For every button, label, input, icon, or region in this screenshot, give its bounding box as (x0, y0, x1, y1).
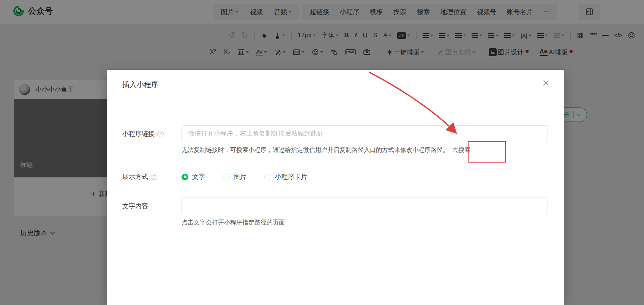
annotation-highlight-box (468, 141, 506, 163)
miniprogram-link-row: 小程序链接 ? (122, 125, 548, 142)
miniprogram-link-input[interactable] (182, 125, 548, 142)
miniprogram-link-label: 小程序链接 ? (122, 130, 182, 138)
text-content-label: 文字内容 (122, 202, 182, 210)
wechat-mp-editor-screen: 公众号 图片 视频 音频 超链接 小程序 模板 投票 搜索 地理位置 视频号 账… (0, 0, 644, 305)
radio-unselected-icon (223, 174, 230, 180)
radio-selected-icon (182, 174, 188, 180)
close-icon[interactable]: × (542, 77, 549, 89)
radio-option-image[interactable]: 图片 (223, 172, 246, 181)
radio-option-text[interactable]: 文字 (182, 172, 205, 181)
radio-unselected-icon (264, 174, 271, 180)
help-icon[interactable]: ? (151, 174, 157, 180)
insert-miniprogram-modal: 插入小程序 × 小程序链接 ? 无法复制链接时，可搜索小程序，通过给指定微信用户… (107, 70, 564, 305)
link-helper-note: 无法复制链接时，可搜索小程序，通过给指定微信用户开启复制路径入口的方式来修改小程… (182, 146, 470, 154)
display-mode-label: 展示方式 ? (122, 172, 182, 181)
radio-option-card[interactable]: 小程序卡片 (264, 172, 307, 181)
help-icon[interactable]: ? (157, 131, 164, 137)
modal-title: 插入小程序 (122, 80, 158, 90)
text-content-input[interactable] (182, 198, 548, 214)
text-helper-note: 点击文字会打开小程序指定路径的页面 (182, 219, 285, 227)
text-content-row: 文字内容 (122, 198, 548, 214)
display-mode-row: 展示方式 ? 文字 图片 小程序卡片 (122, 172, 548, 181)
